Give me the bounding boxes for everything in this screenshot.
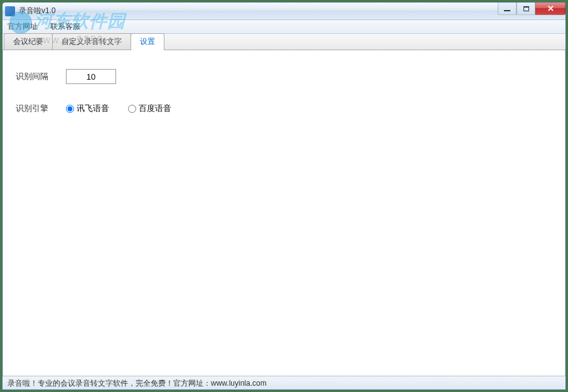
interval-row: 识别间隔 [16,69,552,84]
minimize-icon [504,10,510,11]
app-icon [5,6,15,16]
tabbar: 会议纪要 自定义录音转文字 设置 [3,34,565,50]
close-icon: ✕ [547,4,554,13]
maximize-button[interactable] [517,3,535,15]
radio-xunfei-label: 讯飞语音 [77,103,109,114]
engine-row: 识别引擎 讯飞语音 百度语音 [16,103,552,114]
window-controls: ✕ [498,3,565,15]
radio-option-baidu[interactable]: 百度语音 [128,103,171,114]
titlebar[interactable]: 录音啦v1.0 ✕ [3,3,565,20]
radio-xunfei[interactable] [66,105,74,113]
statusbar: 录音啦！专业的会议录音转文字软件，完全免费！官方网址：www.luyinla.c… [3,376,565,389]
minimize-button[interactable] [498,3,517,15]
interval-input[interactable] [66,69,116,84]
close-button[interactable]: ✕ [535,3,565,15]
tab-meeting[interactable]: 会议纪要 [4,33,53,50]
menu-official-site[interactable]: 官方网址 [8,21,38,32]
radio-option-xunfei[interactable]: 讯飞语音 [66,103,109,114]
maximize-icon [523,6,529,11]
content-area: 识别间隔 识别引擎 讯飞语音 百度语音 [3,50,565,376]
engine-radio-group: 讯飞语音 百度语音 [66,103,171,114]
radio-baidu[interactable] [128,105,136,113]
tab-settings[interactable]: 设置 [131,33,164,50]
interval-label: 识别间隔 [16,71,66,82]
window-title: 录音啦v1.0 [19,6,56,16]
engine-label: 识别引擎 [16,103,66,114]
menubar: 官方网址 联系客服 [3,20,565,34]
radio-baidu-label: 百度语音 [139,103,171,114]
menu-contact[interactable]: 联系客服 [50,21,80,32]
app-window: 录音啦v1.0 ✕ 官方网址 联系客服 会议纪要 自定义录音转文字 设置 识别间… [2,2,566,390]
status-text: 录音啦！专业的会议录音转文字软件，完全免费！官方网址：www.luyinla.c… [8,379,267,388]
tab-custom[interactable]: 自定义录音转文字 [52,33,131,50]
